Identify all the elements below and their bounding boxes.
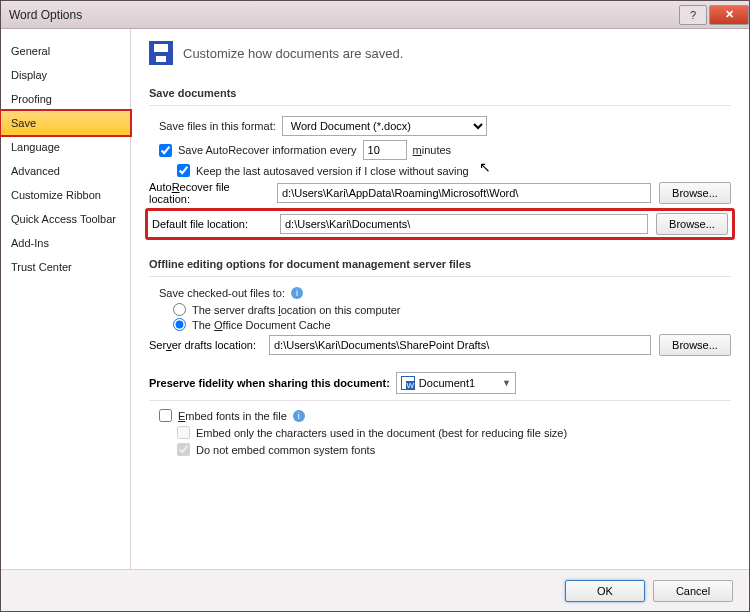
help-button[interactable]: ? — [679, 5, 707, 25]
titlebar: Word Options ? ✕ — [1, 1, 749, 29]
office-cache-label: The Office Document Cache — [192, 319, 331, 331]
sidebar-item-save[interactable]: Save — [0, 109, 132, 137]
info-icon-embed[interactable]: i — [293, 410, 305, 422]
autorecover-browse-button[interactable]: Browse... — [659, 182, 731, 204]
office-cache-radio[interactable] — [173, 318, 186, 331]
autorecover-loc-input[interactable] — [277, 183, 651, 203]
sidebar-item-addins[interactable]: Add-Ins — [1, 231, 130, 255]
save-format-label: Save files in this format: — [159, 120, 276, 132]
drafts-loc-input[interactable] — [269, 335, 651, 355]
drafts-loc-label: Server drafts location: — [149, 339, 261, 351]
sidebar-item-customize-ribbon[interactable]: Customize Ribbon — [1, 183, 130, 207]
word-options-dialog: Word Options ? ✕ General Display Proofin… — [0, 0, 750, 612]
close-button[interactable]: ✕ — [709, 5, 749, 25]
sidebar-item-language[interactable]: Language — [1, 135, 130, 159]
word-doc-icon — [401, 376, 415, 390]
page-heading: Customize how documents are saved. — [183, 46, 403, 61]
sidebar-item-general[interactable]: General — [1, 39, 130, 63]
embed-only-checkbox — [177, 426, 190, 439]
default-loc-input[interactable] — [280, 214, 648, 234]
drafts-browse-button[interactable]: Browse... — [659, 334, 731, 356]
keep-last-checkbox[interactable] — [177, 164, 190, 177]
autorecover-loc-label: AutoRecover file location: — [149, 181, 269, 205]
sidebar-item-advanced[interactable]: Advanced — [1, 159, 130, 183]
sidebar: General Display Proofing Save Language A… — [1, 29, 131, 569]
embed-only-label: Embed only the characters used in the do… — [196, 427, 567, 439]
autorecover-checkbox[interactable] — [159, 144, 172, 157]
sidebar-item-display[interactable]: Display — [1, 63, 130, 87]
window-controls: ? ✕ — [677, 5, 749, 25]
section-offline: Offline editing options for document man… — [149, 254, 731, 277]
window-title: Word Options — [9, 8, 82, 22]
default-location-row: Default file location: Browse... — [145, 208, 735, 240]
content-pane: Customize how documents are saved. Save … — [131, 29, 749, 569]
server-drafts-radio[interactable] — [173, 303, 186, 316]
checked-out-label: Save checked-out files to: — [159, 287, 285, 299]
no-common-fonts-label: Do not embed common system fonts — [196, 444, 375, 456]
save-format-select[interactable]: Word Document (*.docx) — [282, 116, 487, 136]
dialog-footer: OK Cancel — [1, 569, 749, 611]
cancel-button[interactable]: Cancel — [653, 580, 733, 602]
section-fidelity: Preserve fidelity when sharing this docu… — [149, 377, 390, 389]
sidebar-item-trust-center[interactable]: Trust Center — [1, 255, 130, 279]
sidebar-item-proofing[interactable]: Proofing — [1, 87, 130, 111]
default-loc-label: Default file location: — [152, 218, 272, 230]
fidelity-document-select[interactable]: Document1 ▼ — [396, 372, 516, 394]
info-icon[interactable]: i — [291, 287, 303, 299]
fidelity-doc-name: Document1 — [419, 377, 475, 389]
chevron-down-icon: ▼ — [502, 378, 511, 388]
server-drafts-label: The server drafts location on this compu… — [192, 304, 401, 316]
autorecover-label-pre: Save AutoRecover information every — [178, 144, 357, 156]
default-loc-browse-button[interactable]: Browse... — [656, 213, 728, 235]
autorecover-label-post: minutes — [413, 144, 452, 156]
ok-button[interactable]: OK — [565, 580, 645, 602]
embed-fonts-checkbox[interactable] — [159, 409, 172, 422]
no-common-fonts-checkbox — [177, 443, 190, 456]
embed-fonts-label: Embed fonts in the file — [178, 410, 287, 422]
autorecover-minutes-input[interactable] — [363, 140, 407, 160]
save-icon — [149, 41, 173, 65]
keep-last-label: Keep the last autosaved version if I clo… — [196, 165, 469, 177]
section-save-documents: Save documents — [149, 83, 731, 106]
sidebar-item-quick-access[interactable]: Quick Access Toolbar — [1, 207, 130, 231]
